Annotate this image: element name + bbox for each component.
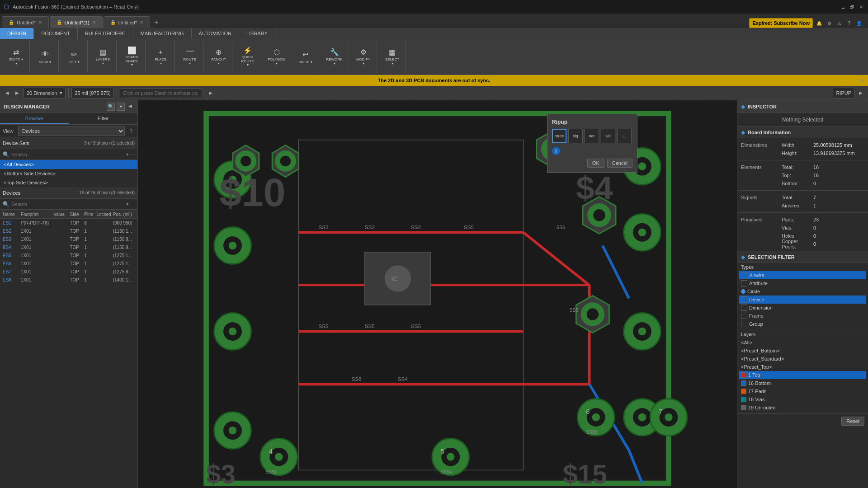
- notification-icon[interactable]: 🔔: [816, 19, 823, 27]
- filter-type-attribute[interactable]: Attribute: [741, 279, 864, 287]
- panel-search-button[interactable]: 🔍: [107, 103, 115, 111]
- filter-type-group[interactable]: Group: [741, 320, 864, 328]
- board-info-header[interactable]: ◆ Board Information: [737, 127, 868, 138]
- tab-2[interactable]: 🔒 Untitled*(1) ✕: [50, 16, 103, 28]
- panel-toggle-right[interactable]: ▶: [14, 89, 21, 97]
- devices-search-input[interactable]: [11, 202, 124, 207]
- ribbon-tab-manufacturing[interactable]: MANUFACTURING: [133, 28, 192, 39]
- device-sets-options-button[interactable]: ⋯: [130, 152, 135, 157]
- ribbon-tab-library[interactable]: LIBRARY: [239, 28, 275, 39]
- table-row[interactable]: ES1P(R-PDIP-T8)TOP8(900 950): [0, 219, 137, 227]
- alert-icon[interactable]: ⚠: [835, 19, 843, 27]
- view-select[interactable]: Devices: [18, 127, 125, 136]
- maximize-button[interactable]: 🗗: [849, 4, 855, 10]
- layer-all-label: <All>: [741, 340, 752, 345]
- titlebar-left: ⬡ Autodesk Fusion 360 (Expired Subscript…: [4, 3, 139, 10]
- ripup-cancel-button[interactable]: Cancel: [607, 159, 632, 168]
- filter-type-dimension[interactable]: Dimension: [741, 304, 864, 312]
- ribbon-tab-design[interactable]: DESIGN: [0, 28, 34, 39]
- polygon-button[interactable]: ⬡ POLYGON ▾: [269, 47, 285, 67]
- table-row[interactable]: ES41X01TOP1(1150 9...: [0, 243, 137, 251]
- new-tab-button[interactable]: +: [151, 17, 162, 28]
- pcb-canvas[interactable]: $10 $4 $15 $3 SS2 SS2 SS2 SS5 SS5 SS5 SS…: [138, 100, 737, 488]
- table-row[interactable]: ES51X01TOP1(1275 1...: [0, 251, 137, 259]
- device-set-all[interactable]: <All Devices>: [0, 160, 137, 169]
- filter-type-circle[interactable]: Circle: [741, 287, 864, 296]
- board-shape-button[interactable]: ⬜ BOARD SHAPE ▾: [124, 47, 140, 67]
- minimize-button[interactable]: 🗕: [840, 4, 846, 10]
- rework-button[interactable]: 🔧 REWORK ▾: [326, 47, 343, 67]
- device-sets-search-input[interactable]: [11, 152, 124, 157]
- close-button[interactable]: ✕: [858, 4, 864, 10]
- quick-route-button[interactable]: ⚡ QUICK ROUTE ▾: [240, 47, 256, 67]
- filter-type-frame[interactable]: Frame: [741, 312, 864, 320]
- layer-preset-top[interactable]: <Preset_Top>: [741, 363, 864, 371]
- selection-filter-header[interactable]: ◆ SELECTION FILTER: [737, 251, 868, 263]
- layer-1-top[interactable]: 1 Top: [739, 371, 866, 379]
- view-button[interactable]: 👁 VIEW ▾: [37, 47, 53, 67]
- place-button[interactable]: + PLACE ▾: [153, 47, 169, 67]
- layer-preset-standard[interactable]: <Preset_Standard>: [741, 355, 864, 363]
- ripup-extra-button[interactable]: ⬚: [617, 129, 632, 143]
- settings-icon[interactable]: ⚙: [826, 19, 833, 27]
- ripup-signal-button[interactable]: sig: [568, 129, 583, 143]
- browser-tab[interactable]: Browser: [0, 113, 69, 124]
- tab-close-1[interactable]: ✕: [38, 20, 42, 25]
- layer-18-vias[interactable]: 18 Vias: [741, 395, 864, 404]
- tab-close-3[interactable]: ✕: [140, 20, 143, 25]
- layer-preset-bottom[interactable]: <Preset_Bottom>: [741, 347, 864, 355]
- board-info-table: Dimensions Width: 25.00598125 mm Height:…: [737, 138, 868, 160]
- ripup-net-button[interactable]: net: [585, 129, 599, 143]
- command-input[interactable]: [120, 88, 201, 98]
- ribbon-tab-document[interactable]: DOCUMENT: [34, 28, 78, 39]
- table-row[interactable]: ES81X01TOP1(1400 1...: [0, 276, 137, 282]
- layer-17-pads[interactable]: 17 Pads: [741, 387, 864, 395]
- ribbon-group-polygon: ⬡ POLYGON ▾: [263, 41, 290, 73]
- user-icon[interactable]: 👤: [855, 19, 863, 27]
- table-row[interactable]: ES61X01TOP1(1275 1...: [0, 259, 137, 267]
- ripup-route-button[interactable]: route: [552, 129, 566, 143]
- layer-19-unrouted[interactable]: 19 Unrouted: [741, 404, 864, 412]
- filter-tab[interactable]: Filter: [69, 113, 137, 124]
- route-button[interactable]: 〰 ROUTE ▾: [182, 47, 198, 67]
- layer-all[interactable]: <All>: [741, 338, 864, 347]
- device-sets-search-more[interactable]: ▾: [126, 152, 128, 157]
- filter-type-airwire[interactable]: Airwire: [739, 271, 866, 279]
- tab-close-2[interactable]: ✕: [92, 20, 96, 25]
- ripup-select-button[interactable]: sel: [601, 129, 615, 143]
- modify-button[interactable]: ⚙ MODIFY ▾: [355, 47, 372, 67]
- tab-1[interactable]: 🔒 Untitled* ✕: [2, 16, 49, 28]
- table-row[interactable]: ES71X01TOP1(1275 9...: [0, 267, 137, 276]
- airwires-key: Airwires:: [782, 203, 813, 208]
- ribbon-tab-automation[interactable]: AUTOMATION: [192, 28, 239, 39]
- ripup-ok-button[interactable]: OK: [587, 159, 604, 168]
- sync-close-button[interactable]: ✕: [860, 78, 863, 83]
- device-set-bottom[interactable]: <Bottom Side Devices>: [0, 169, 137, 178]
- layer-16-bottom[interactable]: 16 Bottom: [741, 379, 864, 387]
- filter-type-device[interactable]: Device: [739, 296, 866, 304]
- panel-filter-button[interactable]: ▾: [117, 103, 125, 111]
- device-set-top[interactable]: <Top Side Devices>: [0, 178, 137, 187]
- ripup-button[interactable]: ↩ RIPUP ▾: [297, 47, 314, 67]
- layer-selector[interactable]: 20 Dimension ▾: [24, 88, 66, 99]
- switch-button[interactable]: ⇄ SWITCH ▾: [8, 47, 24, 67]
- fanout-button[interactable]: ⊕ FANOUT ▾: [211, 47, 227, 67]
- table-row[interactable]: ES31X01TOP1(1150 9...: [0, 235, 137, 243]
- view-help-icon[interactable]: ?: [127, 127, 135, 135]
- expand-right-icon[interactable]: ▶: [207, 89, 214, 97]
- ribbon-tab-rules[interactable]: RULES DRC/ERC: [78, 28, 133, 39]
- reset-button[interactable]: Reset: [841, 417, 864, 426]
- devices-search-more[interactable]: ▾: [126, 202, 128, 206]
- edit-button[interactable]: ✏ EDIT ▾: [66, 47, 82, 67]
- cell-pins: 1: [84, 229, 96, 234]
- help-icon[interactable]: ?: [845, 19, 853, 27]
- table-row[interactable]: ES21X01TOP1(1150 1...: [0, 227, 137, 235]
- devices-options-button[interactable]: ⋯: [130, 202, 135, 206]
- panel-collapse-button[interactable]: ◀: [127, 103, 134, 110]
- layers-button[interactable]: ▤ LAYERS ▾: [95, 47, 111, 67]
- panel-toggle-left[interactable]: ◀: [4, 89, 11, 97]
- tab-3[interactable]: 🔒 Untitled* ✕: [104, 16, 151, 28]
- expired-subscribe-button[interactable]: Expired: Subscribe Now: [749, 18, 813, 28]
- select-button[interactable]: ▦ SELECT ▾: [384, 47, 401, 67]
- expand-right-2[interactable]: ▶: [857, 89, 864, 97]
